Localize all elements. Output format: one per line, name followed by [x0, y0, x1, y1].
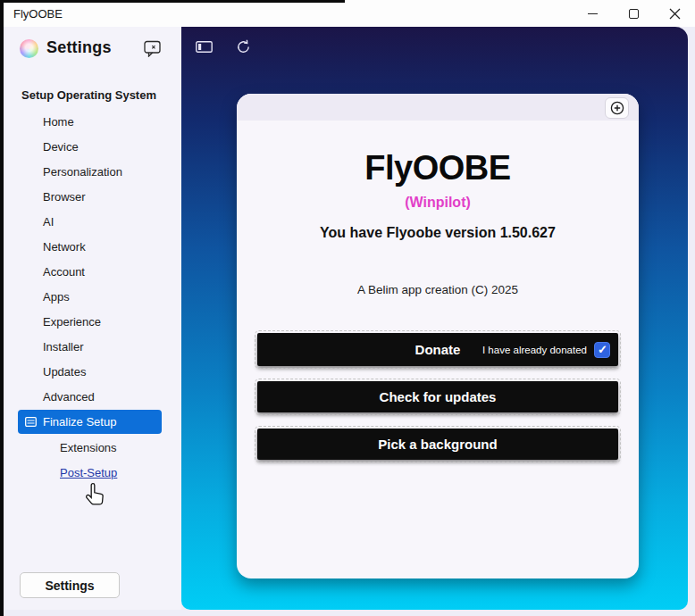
hand-cursor-icon: [84, 482, 107, 509]
card-title: FlyOOBE: [237, 149, 639, 187]
settings-button[interactable]: Settings: [20, 572, 120, 598]
close-button[interactable]: [654, 0, 695, 27]
pick-background-button[interactable]: Pick a background: [257, 429, 618, 460]
close-icon: [669, 8, 681, 20]
sidebar-item-post-setup[interactable]: Post-Setup: [60, 461, 117, 485]
sidebar-item-personalization[interactable]: Personalization: [5, 160, 181, 185]
card-header-strip: [237, 94, 639, 121]
sidebar-header: Settings: [5, 27, 181, 77]
sidebar-item-network[interactable]: Network: [5, 235, 181, 260]
donate-checkbox-group: I have already donated: [482, 333, 610, 366]
main-toolbar: [181, 27, 254, 66]
sidebar-item-browser[interactable]: Browser: [5, 185, 181, 210]
window-top-edge: [0, 0, 345, 3]
refresh-icon: [236, 39, 251, 54]
sidebar-item-finalize-setup[interactable]: Finalize Setup: [18, 410, 162, 434]
sidebar-item-ai[interactable]: AI: [5, 210, 181, 235]
minimize-icon: [588, 13, 598, 14]
sidebar-item-account[interactable]: Account: [5, 260, 181, 285]
donate-button[interactable]: Donate I have already donated: [257, 333, 618, 366]
minimize-button[interactable]: [572, 0, 613, 27]
window-controls: [572, 0, 695, 27]
add-button[interactable]: [605, 97, 629, 119]
check-updates-button[interactable]: Check for updates: [257, 381, 618, 412]
sidebar-item-advanced[interactable]: Advanced: [5, 385, 181, 410]
about-card: FlyOOBE (Winpilot) You have Flyoobe vers…: [237, 94, 639, 579]
sidebar-item-updates[interactable]: Updates: [5, 360, 181, 385]
display-toggle-button[interactable]: [193, 36, 214, 57]
donate-checkbox-label: I have already donated: [482, 345, 587, 355]
card-subtitle: (Winpilot): [237, 195, 639, 211]
version-text: You have Flyoobe version 1.50.627: [237, 225, 639, 241]
sidebar-item-apps[interactable]: Apps: [5, 285, 181, 310]
donate-checkbox[interactable]: [594, 342, 610, 358]
window-title: FlyOOBE: [4, 7, 63, 21]
sidebar-item-extensions[interactable]: Extensions: [60, 436, 117, 460]
refresh-button[interactable]: [232, 36, 254, 57]
sidebar-item-home[interactable]: Home: [5, 110, 181, 135]
sidebar-title: Settings: [46, 38, 112, 57]
plus-circle-icon: [610, 101, 624, 115]
titlebar: FlyOOBE: [4, 0, 695, 27]
sidebar: Settings Setup Operating System Home Dev…: [5, 27, 181, 610]
sidebar-section-header: Setup Operating System: [21, 88, 156, 102]
speech-bubble-icon: [144, 40, 162, 57]
window-left-edge: [0, 0, 4, 616]
sidebar-item-installer[interactable]: Installer: [5, 335, 181, 360]
sidebar-item-experience[interactable]: Experience: [5, 310, 181, 335]
maximize-icon: [629, 9, 639, 19]
main-panel: FlyOOBE (Winpilot) You have Flyoobe vers…: [181, 27, 688, 610]
credit-text: A Belim app creation (C) 2025: [237, 283, 639, 296]
display-icon: [196, 41, 213, 53]
sidebar-nav: Home Device Personalization Browser AI N…: [5, 110, 181, 410]
maximize-button[interactable]: [613, 0, 654, 27]
sidebar-item-device[interactable]: Device: [5, 135, 181, 160]
app-logo-icon: [20, 39, 38, 58]
window-frame-icon: [25, 417, 37, 427]
sidebar-selected-label: Finalize Setup: [43, 415, 116, 429]
feedback-button[interactable]: [144, 40, 162, 56]
